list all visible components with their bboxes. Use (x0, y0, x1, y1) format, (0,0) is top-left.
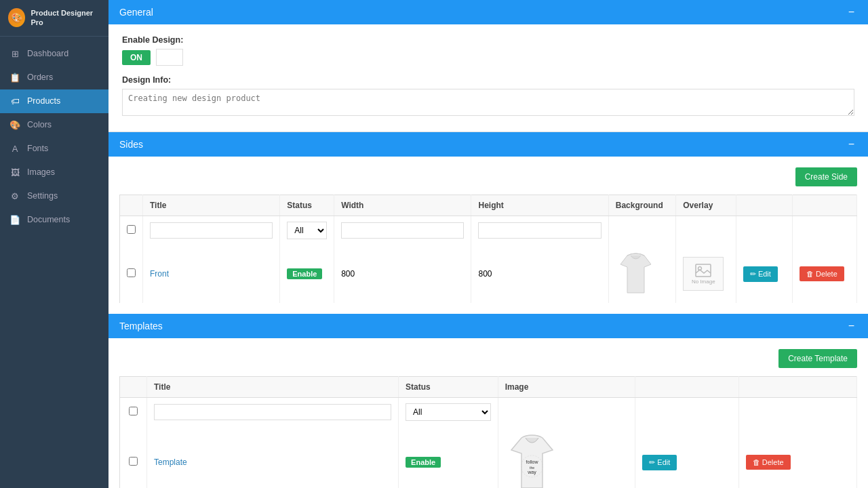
sides-row-background (608, 245, 676, 303)
design-info-textarea[interactable] (122, 89, 854, 116)
templates-filter-empty2 (738, 398, 856, 427)
sides-section-content: Create Side Title Status Width Height Ba… (108, 157, 868, 314)
sides-filter-empty2 (792, 216, 856, 245)
templates-filter-status[interactable]: All (406, 403, 491, 421)
general-section: Enable Design: ON Design Info: (108, 24, 868, 132)
sidebar-item-dashboard[interactable]: ⊞ Dashboard (0, 42, 108, 66)
sidebar-item-label: Colors (27, 120, 52, 129)
sides-th-checkbox (120, 195, 143, 216)
sides-table: Title Status Width Height Background Ove… (119, 195, 857, 303)
create-side-button[interactable]: Create Side (795, 167, 857, 186)
templates-row-image-thumb: follow the way (505, 432, 559, 488)
sidebar: 🎨 Product Designer Pro ⊞ Dashboard 📋 Ord… (0, 0, 108, 488)
fonts-icon: A (9, 144, 20, 154)
sides-title: Sides (119, 139, 143, 150)
templates-table: Title Status Image All (119, 376, 857, 488)
templates-th-title: Title (147, 377, 399, 398)
general-collapse-button[interactable]: − (846, 7, 857, 18)
templates-row-checkbox[interactable] (129, 457, 138, 466)
templates-filter-checkbox[interactable] (129, 407, 138, 415)
sides-row-edit-cell: ✏ Edit (736, 245, 792, 303)
sidebar-item-orders[interactable]: 📋 Orders (0, 66, 108, 89)
sides-row-width: 800 (334, 245, 471, 303)
sides-filter-background (608, 216, 676, 245)
sides-row-checkbox[interactable] (127, 268, 136, 277)
svg-text:follow: follow (526, 460, 539, 464)
templates-filter-image (498, 398, 635, 427)
sidebar-item-label: Products (27, 96, 60, 106)
templates-row-status: Enable (406, 457, 441, 468)
sides-filter-overlay (676, 216, 736, 245)
sidebar-item-fonts[interactable]: A Fonts (0, 137, 108, 161)
sidebar-item-documents[interactable]: 📄 Documents (0, 208, 108, 232)
sides-section-header: Sides − (108, 132, 868, 157)
sides-collapse-button[interactable]: − (846, 139, 857, 150)
sides-th-actions2 (792, 195, 856, 216)
sides-row-title[interactable]: Front (150, 269, 169, 279)
main-content: General − Enable Design: ON Design Info:… (108, 0, 868, 488)
sides-row-delete-button[interactable]: 🗑 Delete (800, 266, 844, 281)
sides-toolbar: Create Side (119, 167, 857, 186)
templates-section-block: Templates − Create Template Title Status… (108, 314, 868, 488)
settings-icon: ⚙ (9, 191, 20, 201)
sides-filter-height[interactable] (478, 222, 601, 239)
templates-row-title[interactable]: Template (154, 458, 187, 467)
sides-row-status: Enable (287, 268, 322, 279)
templates-th-actions1 (635, 377, 738, 398)
sides-th-actions1 (736, 195, 792, 216)
logo-text: Product Designer Pro (31, 8, 100, 28)
sidebar-logo: 🎨 Product Designer Pro (0, 0, 108, 37)
no-image-text: No Image (692, 279, 715, 285)
colors-icon: 🎨 (9, 120, 20, 130)
sides-filter-title[interactable] (150, 222, 273, 239)
enable-design-input[interactable] (156, 49, 183, 66)
templates-th-image: Image (498, 377, 635, 398)
templates-row-edit-button[interactable]: ✏ Edit (642, 455, 677, 470)
images-icon: 🖼 (9, 167, 20, 178)
sides-th-title: Title (143, 195, 280, 216)
create-template-button[interactable]: Create Template (778, 349, 857, 368)
svg-rect-0 (696, 264, 711, 277)
sides-th-background: Background (608, 195, 676, 216)
templates-row-edit-cell: ✏ Edit (635, 426, 738, 488)
sidebar-item-label: Orders (27, 73, 53, 82)
sidebar-item-images[interactable]: 🖼 Images (0, 161, 108, 184)
templates-toolbar: Create Template (119, 349, 857, 368)
templates-row-delete-button[interactable]: 🗑 Delete (746, 455, 791, 470)
sidebar-item-label: Images (27, 167, 55, 177)
sides-row-edit-button[interactable]: ✏ Edit (743, 266, 778, 282)
sides-filter-width[interactable] (341, 222, 464, 239)
sides-filter-status[interactable]: All (287, 222, 327, 239)
enable-design-toggle[interactable]: ON (122, 50, 151, 65)
sides-row-overlay: No Image (676, 245, 736, 303)
templates-section-header: Templates − (108, 314, 868, 338)
table-row: Template Enable (120, 426, 857, 488)
documents-icon: 📄 (9, 215, 20, 225)
templates-table-scroll: Title Status Image All (119, 376, 857, 488)
logo-icon: 🎨 (8, 8, 25, 27)
design-info-label: Design Info: (122, 75, 854, 85)
sidebar-nav: ⊞ Dashboard 📋 Orders 🏷 Products 🎨 Colors… (0, 37, 108, 488)
sidebar-item-settings[interactable]: ⚙ Settings (0, 184, 108, 208)
sidebar-item-colors[interactable]: 🎨 Colors (0, 113, 108, 137)
general-title: General (119, 7, 153, 18)
products-icon: 🏷 (9, 96, 20, 106)
sidebar-item-label: Dashboard (27, 49, 68, 58)
sides-th-status: Status (280, 195, 334, 216)
templates-filter-title[interactable] (154, 404, 391, 420)
general-section-header: General − (108, 0, 868, 24)
templates-filter-empty1 (635, 398, 738, 427)
templates-th-actions2 (738, 377, 856, 398)
sidebar-item-label: Documents (27, 215, 70, 224)
sides-row-height: 800 (471, 245, 608, 303)
dashboard-icon: ⊞ (9, 49, 20, 59)
sides-filter-empty1 (736, 216, 792, 245)
sides-th-overlay: Overlay (676, 195, 736, 216)
templates-collapse-button[interactable]: − (846, 321, 857, 331)
sides-filter-checkbox[interactable] (127, 225, 136, 234)
sidebar-item-products[interactable]: 🏷 Products (0, 89, 108, 113)
no-image-placeholder: No Image (683, 257, 724, 291)
sides-th-height: Height (471, 195, 608, 216)
enable-design-label: Enable Design: (122, 35, 854, 45)
templates-th-checkbox (120, 377, 147, 398)
